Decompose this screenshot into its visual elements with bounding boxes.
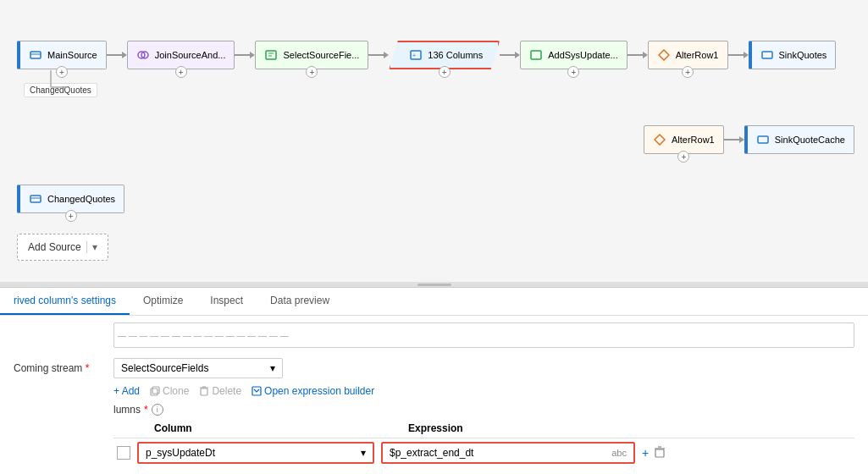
add-source-label: Add Source (28, 241, 81, 253)
node-alter-row1b[interactable]: AlterRow1 + (644, 125, 724, 154)
connector-3 (368, 52, 389, 58)
select-icon (264, 48, 278, 62)
add-plus[interactable]: + (567, 66, 579, 78)
col-select-chevron: ▾ (361, 447, 366, 459)
open-expression-builder-button[interactable]: Open expression builder (252, 385, 374, 397)
add-plus[interactable]: + (175, 66, 187, 78)
svg-rect-21 (252, 387, 261, 395)
node-label: SelectSourceFie... (283, 50, 359, 60)
source-icon (29, 48, 42, 62)
join-icon (136, 48, 150, 62)
row-checkbox[interactable] (117, 446, 130, 460)
add-plus[interactable]: + (306, 66, 318, 78)
node-label: AlterRow1 (676, 50, 719, 60)
svg-text:+: + (412, 52, 416, 58)
svg-rect-13 (758, 136, 768, 143)
add-plus[interactable]: + (439, 66, 451, 78)
node-sink-quotes[interactable]: SinkQuotes (749, 41, 837, 69)
node-label: SinkQuoteCache (775, 135, 845, 145)
add-plus[interactable]: + (682, 66, 694, 78)
column-select[interactable]: p_sysUpdateDt ▾ (137, 442, 374, 464)
connector-r2 (724, 136, 744, 143)
svg-rect-9 (531, 51, 541, 59)
column-header-row: Column Expression (113, 422, 854, 438)
node-label: SinkQuotes (779, 50, 827, 60)
scroll-input-area[interactable]: — — — — — — — — — — — — — — — — (113, 322, 854, 348)
connector-1 (107, 52, 127, 58)
svg-rect-17 (152, 387, 159, 394)
add-source-button[interactable]: Add Source ▾ (17, 234, 108, 261)
svg-rect-14 (30, 196, 41, 202)
svg-rect-10 (762, 52, 772, 58)
select-chevron: ▾ (270, 362, 275, 374)
addsys-icon (529, 48, 543, 62)
row-actions: + (642, 446, 666, 460)
changed-quotes-sublabel: ChangedQuotes (24, 83, 97, 97)
sink-icon (760, 48, 774, 62)
tab-optimize[interactable]: Optimize (130, 288, 196, 315)
node-add-sys-update[interactable]: AddSysUpdate... + (520, 41, 628, 69)
node-alter-row1[interactable]: AlterRow1 + (648, 41, 728, 69)
add-plus-b[interactable]: + (677, 151, 689, 163)
connector-4 (500, 52, 520, 58)
delete-icon (199, 386, 209, 396)
table-headers: Column Expression p_sysUpdateDt ▾ $p_ext… (14, 422, 854, 467)
pipeline-canvas: MainSource + JoinSourceAnd... + (0, 0, 868, 288)
node-main-source[interactable]: MainSource + (17, 41, 107, 69)
expr-type-badge: abc (611, 448, 627, 458)
tab-data-preview[interactable]: Data preview (257, 288, 343, 315)
columns-info-icon[interactable]: i (152, 404, 163, 416)
node-sink-quote-cache[interactable]: SinkQuoteCache (744, 125, 854, 154)
derive-icon: + (409, 48, 423, 62)
node-label: 136 Columns (428, 50, 483, 60)
svg-rect-0 (30, 52, 41, 58)
columns-header: lumns * i (14, 404, 854, 416)
trash-icon (654, 446, 666, 458)
expression-input[interactable]: $p_extract_end_dt abc (381, 442, 635, 464)
incoming-stream-row: Coming stream * SelectSourceFields ▾ (14, 358, 854, 378)
delete-button[interactable]: Delete (199, 385, 241, 397)
add-plus-c[interactable]: + (65, 210, 77, 222)
incoming-stream-select[interactable]: SelectSourceFields ▾ (113, 358, 283, 378)
svg-rect-18 (201, 389, 207, 395)
table-row: p_sysUpdateDt ▾ $p_extract_end_dt abc + (113, 438, 854, 467)
bottom-panel: rived column's settings Optimize Inspect… (0, 288, 868, 474)
expression-builder-icon (252, 386, 262, 396)
node-label: AddSysUpdate... (548, 50, 618, 60)
connector-5 (628, 52, 648, 58)
sink-icon-b (756, 133, 770, 146)
svg-rect-22 (655, 449, 664, 457)
tab-inspect[interactable]: Inspect (196, 288, 257, 315)
alter-icon-b (653, 133, 666, 146)
toolbar-row: + Add Clone Delete Open expression build… (14, 385, 854, 397)
add-row-button[interactable]: + (642, 446, 649, 460)
node-join-source[interactable]: JoinSourceAnd... + (127, 41, 235, 69)
source-icon-b (29, 192, 42, 206)
panel-content: — — — — — — — — — — — — — — — — Coming s… (0, 316, 868, 474)
tab-bar: rived column's settings Optimize Inspect… (0, 288, 868, 316)
tab-settings[interactable]: rived column's settings (0, 288, 130, 315)
node-changed-quotes[interactable]: ChangedQuotes + (17, 185, 124, 213)
node-label: ChangedQuotes (47, 194, 115, 204)
connector-2 (235, 52, 255, 58)
node-label: AlterRow1 (672, 135, 715, 145)
svg-rect-4 (266, 51, 276, 59)
connector-6 (728, 52, 749, 58)
clone-icon (150, 386, 160, 396)
add-source-dropdown-arrow[interactable]: ▾ (86, 241, 97, 253)
alter-icon (657, 48, 671, 62)
node-label: MainSource (47, 50, 97, 60)
node-select-source[interactable]: SelectSourceFie... + (255, 41, 368, 69)
panel-resize-handle[interactable] (0, 282, 868, 287)
clone-button[interactable]: Clone (150, 385, 189, 397)
node-label: JoinSourceAnd... (155, 50, 226, 60)
delete-row-button[interactable] (654, 446, 666, 460)
node-136-columns[interactable]: + 136 Columns + (389, 41, 500, 69)
add-plus[interactable]: + (56, 66, 68, 78)
incoming-stream-label: Coming stream * (14, 362, 107, 374)
svg-rect-16 (151, 389, 158, 395)
add-button[interactable]: + Add (113, 385, 140, 397)
